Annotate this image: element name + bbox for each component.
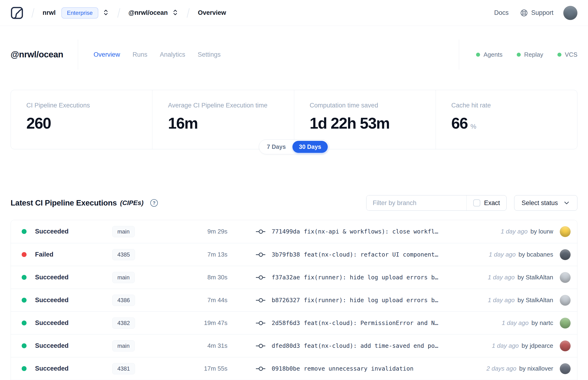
cipe-row[interactable]: Succeeded main 9m 29s 771499dafix(nx-api… — [11, 220, 577, 243]
commit-text: dfed80d3feat(nx-cloud): add time-saved e… — [272, 342, 438, 349]
row-avatar[interactable] — [560, 249, 570, 260]
nx-cloud-logo-icon[interactable] — [11, 7, 23, 19]
branch-badge: 4381 — [112, 363, 135, 374]
exact-checkbox-wrap[interactable]: Exact — [467, 195, 507, 210]
tab-analytics[interactable]: Analytics — [160, 51, 185, 58]
stat-card-executions: CI Pipeline Executions 260 — [11, 90, 152, 149]
status-text: Succeeded — [35, 342, 69, 349]
branch-cell: 4382 — [112, 318, 183, 329]
indicator-vcs[interactable]: VCS — [557, 51, 577, 58]
git-commit-icon — [256, 274, 266, 281]
help-icon[interactable]: ? — [150, 198, 158, 208]
row-avatar[interactable] — [560, 341, 570, 351]
commit-hash: 3b79fb38 — [272, 251, 300, 258]
status-dot-icon — [22, 275, 27, 280]
row-avatar[interactable] — [560, 295, 570, 306]
breadcrumb-org[interactable]: nrwl — [43, 9, 56, 17]
duration-text: 7m 44s — [183, 297, 228, 304]
cipe-row[interactable]: Succeeded main 8m 30s f37a32aefix(runner… — [11, 266, 577, 288]
stats-section: CI Pipeline Executions 260 Average CI Pi… — [11, 90, 577, 149]
commit-time: 1 day ago — [492, 342, 519, 349]
green-dot-icon — [476, 53, 480, 57]
indicators-divider — [459, 39, 459, 70]
cipe-row[interactable]: Succeeded main 4m 31s dfed80d3feat(nx-cl… — [11, 334, 577, 357]
navbar: nrwl Enterprise @nrwl/ocean Overview Doc… — [0, 0, 588, 26]
row-avatar[interactable] — [560, 363, 570, 374]
status-dot-icon — [22, 252, 27, 257]
chevron-down-icon — [563, 200, 570, 206]
cipe-row[interactable]: Succeeded 4381 17m 55s 0918b0beremove un… — [11, 357, 577, 380]
org-switcher-chevrons-icon[interactable] — [103, 9, 109, 17]
cipe-row[interactable]: Succeeded 4386 7m 44s b8726327fix(runner… — [11, 288, 577, 311]
branch-badge: main — [112, 272, 135, 283]
commit-author[interactable]: by jdpearce — [522, 342, 553, 349]
navbar-actions: Docs Support — [494, 6, 577, 20]
meta-cell: 2 days ago by nixallover — [486, 363, 570, 374]
branch-cell: main — [112, 340, 183, 352]
git-commit-icon — [256, 320, 266, 326]
commit-author[interactable]: by lourw — [530, 228, 553, 235]
commit-text: 0918b0beremove unnecessary invalidation — [272, 365, 414, 372]
meta-cell: 1 day ago by nartc — [502, 318, 570, 328]
commit-message: fix(runner): hide log upload errors b… — [304, 274, 438, 281]
commit-author[interactable]: by nixallover — [519, 365, 553, 372]
commit-author[interactable]: by StalkAltan — [517, 297, 553, 304]
enterprise-badge: Enterprise — [61, 7, 98, 19]
cipe-section: Latest CI Pipeline Executions (CIPEs) ? … — [11, 195, 577, 380]
stat-unit: % — [470, 123, 476, 130]
support-link[interactable]: Support — [520, 9, 553, 17]
user-avatar[interactable] — [563, 6, 577, 20]
stat-label: CI Pipeline Executions — [26, 102, 137, 109]
period-30-days-button[interactable]: 30 Days — [292, 141, 328, 153]
branch-badge: 4385 — [112, 249, 135, 260]
select-status-label: Select status — [521, 199, 558, 207]
branch-filter-input[interactable] — [366, 195, 466, 210]
select-status-dropdown[interactable]: Select status — [514, 195, 577, 211]
status-cell: Succeeded — [22, 274, 112, 281]
row-avatar[interactable] — [560, 226, 570, 237]
docs-link[interactable]: Docs — [494, 9, 509, 17]
branch-badge: main — [112, 226, 135, 237]
cipe-section-title: Latest CI Pipeline Executions — [11, 198, 117, 208]
indicator-replay[interactable]: Replay — [517, 51, 543, 58]
status-text: Succeeded — [35, 365, 69, 372]
stat-label: Average CI Pipeline Execution time — [168, 102, 278, 109]
commit-hash: 771499da — [272, 228, 300, 235]
commit-author[interactable]: by StalkAltan — [517, 274, 553, 281]
row-avatar[interactable] — [560, 318, 570, 328]
indicator-agents[interactable]: Agents — [476, 51, 503, 58]
workspace-switcher-chevrons-icon[interactable] — [172, 9, 178, 17]
breadcrumb-page: Overview — [198, 9, 226, 17]
period-toggle: 7 Days 30 Days — [259, 139, 329, 154]
commit-hash: f37a32ae — [272, 274, 300, 281]
cipe-row[interactable]: Succeeded 4382 19m 47s 2d58f6d3feat(nx-c… — [11, 311, 577, 334]
status-text: Failed — [35, 251, 53, 258]
commit-text: f37a32aefix(runner): hide log upload err… — [272, 274, 438, 281]
commit-author[interactable]: by nartc — [531, 319, 553, 327]
meta-cell: 1 day ago by StalkAltan — [488, 272, 570, 283]
commit-cell: 0918b0beremove unnecessary invalidation — [228, 365, 477, 372]
cipe-row[interactable]: Failed 4385 7m 13s 3b79fb38feat(nx-cloud… — [11, 243, 577, 266]
commit-time: 1 day ago — [501, 228, 528, 235]
commit-message: feat(nx-cloud): PermissionError and N… — [304, 320, 438, 326]
stat-value: 66% — [451, 114, 562, 136]
commit-message: fix(runner): hide log upload errors b… — [304, 297, 438, 304]
row-avatar[interactable] — [560, 272, 570, 283]
branch-cell: 4386 — [112, 295, 183, 306]
tab-overview[interactable]: Overview — [94, 51, 120, 58]
breadcrumb-slash-icon — [30, 7, 36, 19]
period-7-days-button[interactable]: 7 Days — [260, 141, 292, 153]
duration-text: 8m 30s — [183, 274, 228, 281]
status-cell: Succeeded — [22, 365, 112, 372]
cipe-table: Succeeded main 9m 29s 771499dafix(nx-api… — [11, 220, 577, 380]
tab-settings[interactable]: Settings — [198, 51, 221, 58]
exact-checkbox[interactable] — [473, 199, 480, 207]
git-commit-icon — [256, 251, 266, 258]
commit-message: fix(nx-api & workflows): close workfl… — [304, 228, 438, 235]
commit-author[interactable]: by bcabanes — [519, 251, 553, 258]
green-dot-icon — [557, 53, 561, 57]
branch-cell: 4385 — [112, 249, 183, 260]
breadcrumb-workspace[interactable]: @nrwl/ocean — [128, 9, 168, 17]
meta-cell: 1 day ago by bcabanes — [489, 249, 570, 260]
tab-runs[interactable]: Runs — [133, 51, 147, 58]
